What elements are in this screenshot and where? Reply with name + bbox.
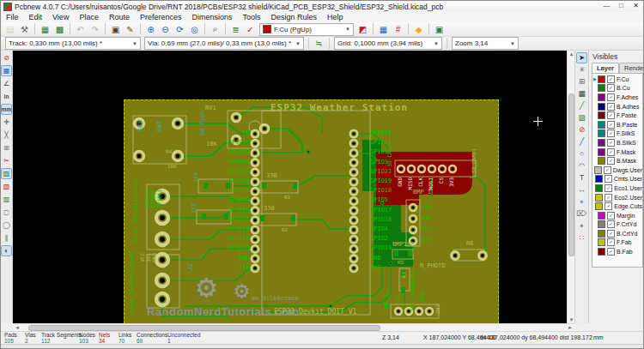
track-width-select[interactable]: Track: 0,330 mm (13,00 mils) *▼ <box>5 37 141 50</box>
add-keepout-icon[interactable]: ⊘ <box>576 124 587 135</box>
layer-row-b-mask[interactable]: ✓B.Mask <box>592 156 642 165</box>
track-mode-icon[interactable]: # <box>392 23 404 36</box>
layer-visibility-checkbox[interactable]: ✓ <box>607 230 615 238</box>
layer-row-b-silks[interactable]: ✓B.SilkS <box>592 138 642 147</box>
horizontal-scrollbar[interactable]: ◄ ► <box>13 323 574 331</box>
grid-origin-icon[interactable]: ∷ <box>576 232 587 244</box>
menu-design-rules[interactable]: Design Rules <box>266 12 323 22</box>
add-arc-icon[interactable]: ◠ <box>576 160 587 171</box>
layer-row-b-crtyd[interactable]: ✓B.CrtYd <box>592 229 642 238</box>
layer-color-swatch[interactable] <box>598 75 605 83</box>
module-editor-icon[interactable]: ▩ <box>53 23 66 36</box>
scroll-up-icon[interactable]: ▲ <box>569 51 574 57</box>
zones-hide-icon[interactable]: ▧ <box>1 181 12 192</box>
layer-visibility-checkbox[interactable]: ✓ <box>607 75 615 83</box>
freeroute-icon[interactable]: ◆ <box>412 23 425 36</box>
add-circle-icon[interactable]: ○ <box>576 148 587 159</box>
open-board-icon[interactable]: ▤ <box>3 23 16 36</box>
layer-row-f-adhes[interactable]: ✓F.Adhes <box>592 93 642 102</box>
minimize-button[interactable]: — <box>599 1 614 11</box>
layer-visibility-checkbox[interactable]: ✓ <box>607 103 615 111</box>
layer-color-swatch[interactable] <box>595 202 603 210</box>
add-zone-icon[interactable]: ▨ <box>576 112 587 123</box>
layer-row-f-cu[interactable]: ▶✓F.Cu <box>592 75 642 84</box>
layer-color-swatch[interactable] <box>598 129 605 137</box>
layer-color-swatch[interactable] <box>598 157 605 165</box>
archive-icon[interactable]: ▦ <box>39 23 52 36</box>
layer-visibility-checkbox[interactable]: ✓ <box>607 157 615 165</box>
layer-color-swatch[interactable] <box>595 175 603 183</box>
layer-color-swatch[interactable] <box>598 121 605 129</box>
layer-row-eco1-user[interactable]: ✓Eco1.User <box>592 184 642 193</box>
menu-tools[interactable]: Tools <box>238 12 266 22</box>
module-ratsnest-icon[interactable]: ⊞ <box>1 142 12 153</box>
print-icon[interactable]: ▣ <box>109 23 122 36</box>
layer-row-margin[interactable]: ✓Margin <box>592 211 642 220</box>
netlist-icon[interactable]: ≣ <box>229 23 242 36</box>
layer-color-swatch[interactable] <box>598 230 605 238</box>
layer-visibility-checkbox[interactable]: ✓ <box>607 148 615 156</box>
layer-row-b-paste[interactable]: ✓B.Paste <box>592 120 642 129</box>
add-footprint-icon[interactable]: ▦ <box>576 88 587 99</box>
polar-coords-icon[interactable]: ∠ <box>1 78 12 89</box>
grid-visibility-icon[interactable]: ▦ <box>1 65 12 76</box>
zoom-out-icon[interactable]: ⊖ <box>159 23 172 36</box>
local-ratsnest-icon[interactable]: ⊞ <box>576 76 587 87</box>
via-size-select[interactable]: Via: 0,69 mm (27,0 mils)/ 0,33 mm (13,0 … <box>144 37 304 50</box>
layer-row-dwgs-user[interactable]: ✓Dwgs.User <box>592 165 642 175</box>
redo-icon[interactable]: ↷ <box>88 23 101 36</box>
add-text-icon[interactable]: T <box>576 172 587 184</box>
layer-row-f-mask[interactable]: ✓F.Mask <box>592 147 642 157</box>
layer-row-f-fab[interactable]: ✓F.Fab <box>592 238 642 248</box>
layer-color-swatch[interactable] <box>598 238 605 246</box>
add-dimension-icon[interactable]: ↔ <box>576 184 587 196</box>
tracks-sketch-icon[interactable]: ∥ <box>1 232 12 244</box>
ratsnest-icon[interactable]: ╳ <box>1 129 12 141</box>
layer-visibility-checkbox[interactable]: ✓ <box>607 139 615 147</box>
units-mm-icon[interactable]: mm <box>1 104 12 115</box>
zoom-select[interactable]: Zoom 3,14▼ <box>452 37 519 50</box>
drc-off-icon[interactable]: ⊘ <box>1 52 12 63</box>
layer-color-swatch[interactable] <box>598 103 605 111</box>
layer-visibility-checkbox[interactable]: ✓ <box>607 220 615 228</box>
scroll-down-icon[interactable]: ▼ <box>569 317 574 322</box>
layer-visibility-checkbox[interactable]: ✓ <box>607 121 615 129</box>
layer-visibility-checkbox[interactable]: ✓ <box>607 93 615 101</box>
layer-visibility-checkbox[interactable]: ✓ <box>607 238 615 246</box>
layer-color-swatch[interactable] <box>598 248 605 256</box>
auto-track-width-icon[interactable]: ≒ <box>313 37 325 50</box>
vertical-scrollbar[interactable]: ▲ ▼ <box>567 51 574 323</box>
layer-visibility-checkbox[interactable]: ✓ <box>607 84 615 92</box>
scroll-right-icon[interactable]: ► <box>568 325 573 330</box>
menu-view[interactable]: View <box>47 12 74 22</box>
menu-file[interactable]: File <box>1 12 24 22</box>
cursor-shape-icon[interactable]: ✛ <box>1 117 12 128</box>
menu-help[interactable]: Help <box>322 12 349 22</box>
footprint-mode-icon[interactable]: ▦ <box>377 23 390 36</box>
layer-color-swatch[interactable] <box>598 148 605 156</box>
layer-visibility-checkbox[interactable]: ✓ <box>605 202 612 210</box>
route-track-icon[interactable]: ╱ <box>576 100 587 111</box>
scripting-console-icon[interactable]: ▣ <box>433 23 446 36</box>
layer-color-swatch[interactable] <box>598 84 605 92</box>
layer-visibility-checkbox[interactable]: ✓ <box>605 175 612 183</box>
scroll-left-icon[interactable]: ◄ <box>15 325 20 330</box>
layer-visibility-checkbox[interactable]: ✓ <box>607 212 615 220</box>
vscroll-thumb[interactable] <box>568 93 574 256</box>
hscroll-thumb[interactable] <box>28 325 380 331</box>
maximize-button[interactable]: □ <box>614 1 629 11</box>
close-button[interactable]: ✕ <box>629 1 643 11</box>
grid-select[interactable]: Grid: 0,1000 mm (3,94 mils)▼ <box>334 37 442 50</box>
layer-color-swatch[interactable] <box>598 111 605 119</box>
plot-icon[interactable]: ✎ <box>124 23 137 36</box>
undo-icon[interactable]: ↶ <box>74 23 87 36</box>
tab-layer[interactable]: Layer <box>592 63 619 73</box>
menu-preferences[interactable]: Preferences <box>135 12 187 22</box>
zoom-redraw-icon[interactable]: ⟳ <box>173 23 186 36</box>
pcb-canvas[interactable]: ESP32 Weather Station RandomNerdTutorial… <box>13 51 567 323</box>
vias-sketch-icon[interactable]: ◯ <box>1 220 12 231</box>
layer-color-swatch[interactable] <box>595 184 603 192</box>
layer-color-swatch[interactable] <box>598 139 605 147</box>
units-inch-icon[interactable]: In <box>1 91 12 102</box>
layer-row-b-cu[interactable]: ✓B.Cu <box>592 84 642 93</box>
